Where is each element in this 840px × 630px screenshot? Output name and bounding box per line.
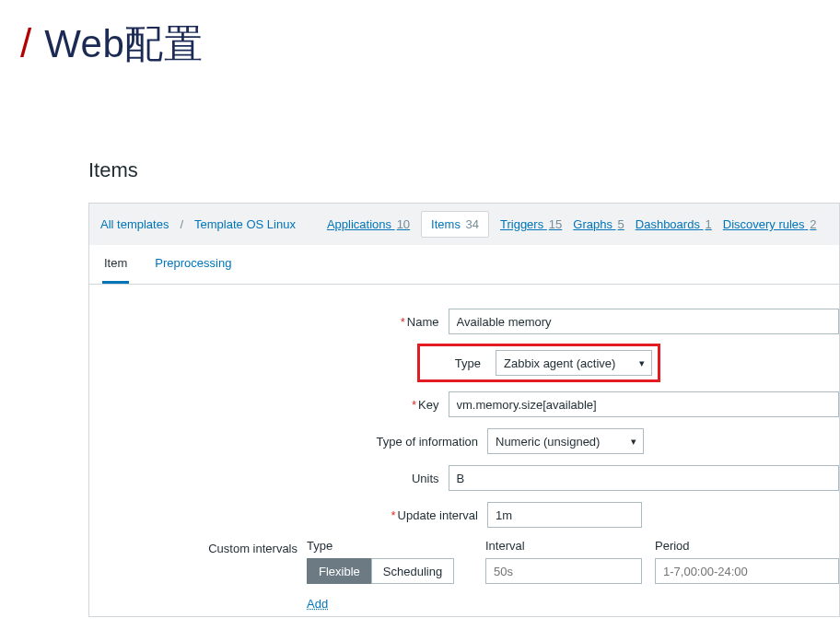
zabbix-screenshot-region: Items All templates / Template OS Linux … [88, 158, 840, 617]
nav-triggers-count: 15 [549, 217, 562, 231]
nav-graphs-label: Graphs [573, 217, 612, 231]
tab-bar: Item Preprocessing [88, 245, 840, 285]
select-type[interactable]: Zabbix agent (active) [496, 350, 652, 376]
label-key: *Key [89, 398, 449, 412]
nav-items-label: Items [431, 217, 461, 231]
label-units: Units [89, 472, 449, 485]
label-type: Type [426, 356, 486, 370]
nav-applications-label: Applications [327, 217, 391, 231]
nav-items-count: 34 [466, 217, 479, 231]
ci-value-row: Flexible Scheduling [307, 558, 839, 584]
item-form: *Name Type Zabbix agent (active) ▾ *Key … [88, 285, 840, 617]
nav-triggers-label: Triggers [500, 217, 543, 231]
page-title: Items [88, 158, 840, 182]
input-name[interactable] [449, 309, 839, 334]
custom-intervals-block: Type Interval Period Flexible Scheduling [307, 539, 839, 611]
label-info-type: Type of information [89, 435, 487, 449]
ci-header-type: Type [307, 539, 472, 553]
label-update-interval: *Update interval [89, 508, 487, 522]
ci-period-input[interactable] [655, 558, 839, 584]
select-info-wrap: Numeric (unsigned) ▾ [487, 428, 644, 454]
slide-title: / Web配置 [0, 0, 840, 70]
ci-add-link[interactable]: Add [307, 597, 839, 611]
ci-scheduling-button[interactable]: Scheduling [371, 558, 454, 584]
breadcrumb-all-templates[interactable]: All templates [100, 217, 169, 231]
nav-discovery-count: 2 [810, 217, 816, 231]
input-key[interactable] [449, 391, 839, 417]
nav-dashboards-count: 1 [706, 217, 712, 231]
title-slash-accent: / [20, 23, 31, 64]
nav-dashboards[interactable]: Dashboards 1 [636, 217, 712, 231]
host-menu: All templates / Template OS Linux Applic… [88, 203, 840, 245]
nav-discovery-label: Discovery rules [723, 217, 805, 231]
type-highlight-annotation: Type Zabbix agent (active) ▾ [417, 344, 660, 382]
breadcrumb-template-name[interactable]: Template OS Linux [194, 217, 296, 231]
ci-flexible-button[interactable]: Flexible [307, 558, 371, 584]
slide-title-text: Web配置 [44, 18, 203, 70]
tab-item[interactable]: Item [102, 245, 129, 284]
row-key: *Key [89, 386, 839, 423]
ci-header-period: Period [655, 539, 839, 553]
input-units[interactable] [449, 465, 839, 491]
row-custom-intervals: Custom intervals Type Interval Period Fl… [89, 533, 839, 616]
breadcrumb-separator: / [180, 217, 183, 231]
row-info-type: Type of information Numeric (unsigned) ▾ [89, 423, 839, 460]
ci-type-segmented: Flexible Scheduling [307, 558, 454, 584]
select-type-wrap: Zabbix agent (active) ▾ [496, 350, 652, 376]
label-custom-intervals: Custom intervals [89, 539, 307, 555]
nav-graphs-count: 5 [618, 217, 624, 231]
ci-interval-input[interactable] [485, 558, 642, 584]
nav-applications-count: 10 [397, 217, 410, 231]
nav-applications[interactable]: Applications 10 [327, 217, 410, 231]
nav-dashboards-label: Dashboards [636, 217, 700, 231]
label-name: *Name [89, 315, 449, 329]
nav-items[interactable]: Items 34 [421, 211, 489, 238]
tab-preprocessing[interactable]: Preprocessing [153, 245, 233, 284]
row-name: *Name [89, 303, 839, 340]
row-type: Type Zabbix agent (active) ▾ [89, 340, 839, 386]
row-units: Units [89, 460, 839, 496]
input-update-interval[interactable] [487, 502, 642, 528]
select-info-type[interactable]: Numeric (unsigned) [487, 428, 644, 454]
ci-header-row: Type Interval Period [307, 539, 839, 553]
ci-header-interval: Interval [485, 539, 642, 553]
nav-graphs[interactable]: Graphs 5 [573, 217, 624, 231]
nav-triggers[interactable]: Triggers 15 [500, 217, 562, 231]
nav-discovery-rules[interactable]: Discovery rules 2 [723, 217, 817, 231]
row-update-interval: *Update interval [89, 496, 839, 533]
